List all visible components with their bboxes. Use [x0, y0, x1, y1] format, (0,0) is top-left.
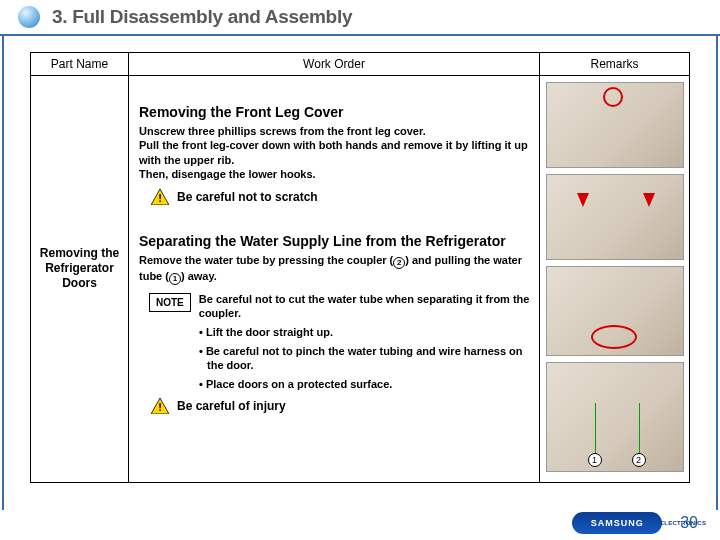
step2-body: Remove the water tube by pressing the co… — [139, 253, 531, 285]
header-orb-icon — [18, 6, 40, 28]
step1-title: Removing the Front Leg Cover — [139, 104, 531, 120]
bullet-item: • Be careful not to pinch the water tubi… — [199, 344, 531, 374]
red-circle-annotation — [603, 87, 623, 107]
step1-body: Unscrew three phillips screws from the f… — [139, 124, 531, 181]
col-header-partname: Part Name — [31, 53, 129, 76]
section-title: 3. Full Disassembly and Assembly — [52, 6, 352, 28]
section-header: 3. Full Disassembly and Assembly — [0, 0, 720, 36]
bullet-item: • Place doors on a protected surface. — [199, 377, 531, 392]
red-circle-annotation — [591, 325, 637, 349]
step2-warning-row: ! Be careful of injury — [151, 398, 531, 414]
circled-1: 1 — [169, 273, 181, 285]
bullet-item: • Lift the door straight up. — [199, 325, 531, 340]
warning-icon: ! — [151, 189, 169, 205]
green-leader-line — [595, 403, 596, 457]
step2-warning-text: Be careful of injury — [177, 399, 286, 413]
red-arrow-icon — [643, 193, 655, 207]
circled-2: 2 — [393, 257, 405, 269]
col-header-workorder: Work Order — [129, 53, 540, 76]
callout-2: 2 — [632, 453, 646, 467]
photo-leg-cover-hands — [546, 174, 684, 260]
brand-logo: SAMSUNG ELECTRONICS — [572, 512, 662, 534]
step1-warning-text: Be careful not to scratch — [177, 190, 318, 204]
note-row: NOTE Be careful not to cut the water tub… — [149, 293, 531, 321]
red-arrow-icon — [577, 193, 589, 207]
remarks-cell: 1 2 — [540, 76, 690, 483]
step2-title: Separating the Water Supply Line from th… — [139, 233, 531, 249]
note-label: NOTE — [149, 293, 191, 312]
brand-sub: ELECTRONICS — [660, 520, 706, 526]
callout-1: 1 — [588, 453, 602, 467]
col-header-remarks: Remarks — [540, 53, 690, 76]
part-name-text: Removing the Refrigerator Doors — [31, 246, 128, 291]
page-footer: SAMSUNG ELECTRONICS 30 — [0, 512, 720, 534]
photo-rear-panel — [546, 266, 684, 356]
note-body: Be careful not to cut the water tube whe… — [199, 293, 531, 321]
part-name-cell: Removing the Refrigerator Doors — [31, 76, 129, 483]
step1-warning-row: ! Be careful not to scratch — [151, 189, 531, 205]
svg-text:!: ! — [158, 401, 162, 413]
disassembly-table: Part Name Work Order Remarks Removing th… — [30, 52, 690, 483]
svg-text:!: ! — [158, 192, 162, 204]
green-leader-line — [639, 403, 640, 457]
warning-icon: ! — [151, 398, 169, 414]
step2-bullets: • Lift the door straight up. • Be carefu… — [199, 325, 531, 392]
photo-leg-cover-top — [546, 82, 684, 168]
work-order-cell: Removing the Front Leg Cover Unscrew thr… — [129, 76, 540, 483]
photo-water-line: 1 2 — [546, 362, 684, 472]
